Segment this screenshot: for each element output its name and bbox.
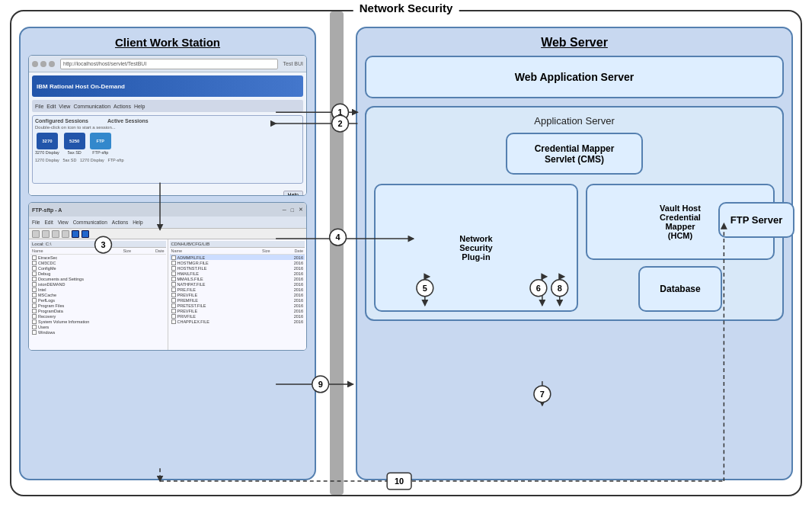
browser-tab[interactable]: Test BUI: [283, 61, 303, 66]
browser-btn-1: [32, 61, 38, 67]
ftp-file-item: PREVFILE2016: [170, 292, 305, 297]
ftp-window: FTP-sftp - A ─ □ ✕ File Edit View Commun…: [28, 202, 307, 351]
ftp-file-item: HOSTNST.FILE2016: [170, 265, 305, 271]
session-icons-row: 3270 3270 Display 5250 5ax SD: [35, 133, 300, 155]
session-info: 1270 Display 5ax SD 1270 Display FTP-sft…: [35, 158, 300, 162]
ftp-file-item: ProgramData: [30, 308, 166, 313]
browser-body: IBM Rational Host On-Demand File Edit Vi…: [29, 72, 306, 195]
browser-btn-3: [49, 61, 55, 67]
ftp-file-item: HMAILFILE2016: [170, 271, 305, 276]
ftp-file-item: PRIVFILE2016: [170, 313, 305, 319]
webserver-title: Web Server: [365, 36, 784, 50]
browser-window: http://localhost/host/servlet/TestBUI Te…: [28, 55, 307, 196]
ftp-remote-files: ADMMPILFILE2016 HOSTMGR.FILE2016 HOSTNST…: [170, 255, 305, 324]
sessions-panel: Configured Sessions Active Sessions Doub…: [32, 115, 303, 184]
ftp-file-item: Users: [30, 324, 166, 329]
db-box: Database: [638, 266, 722, 312]
ftp-remote-dir: CDNHUB/CFG/LIB: [170, 241, 305, 248]
ftp-file-item: Program Files: [30, 303, 166, 308]
appserver-title: Application Server: [374, 115, 775, 127]
ftp-toolbar-icons: [29, 229, 306, 239]
ftp-file-item: System Volume Information: [30, 319, 166, 324]
ftp-menubar: File Edit View Communication Actions Hel…: [29, 217, 306, 229]
ftp-file-item: PerfLogs: [30, 297, 166, 303]
ns-plugin-box: NetworkSecurityPlug-in: [374, 184, 578, 312]
client-panel: Client Work Station http://localhost/hos…: [19, 27, 316, 480]
ftp-file-item: ixtonDEMAND: [30, 281, 166, 287]
ftp-local-pane: Local: C:\ Name Size Date EtraceSec CM3C…: [29, 239, 168, 351]
was-box: Web Application Server: [365, 56, 784, 98]
browser-btn-2: [40, 61, 46, 67]
ftp-file-item: Intel: [30, 287, 166, 292]
ftp-col-headers-right: Name Size Date: [170, 248, 305, 255]
ftp-file-item: MSCache: [30, 292, 166, 297]
ftp-server-box: FTP Server: [718, 202, 794, 238]
session-hint: Double-click on icon to start a session.…: [35, 125, 300, 130]
ns-plugin-label: NetworkSecurityPlug-in: [459, 234, 492, 262]
ftp-file-item: NATHPAT.FILE2016: [170, 281, 305, 287]
ftp-titlebar: FTP-sftp - A ─ □ ✕: [29, 203, 306, 217]
client-panel-title: Client Work Station: [28, 36, 307, 49]
ftp-file-item: MMAILS.FILE2016: [170, 276, 305, 281]
browser-header: IBM Rational Host On-Demand: [32, 75, 303, 97]
session-3270: 3270 3270 Display: [35, 133, 59, 155]
browser-toolbar: http://localhost/host/servlet/TestBUI Te…: [29, 56, 306, 72]
ftp-local-files: EtraceSec CM3CDC ConfigMe Debug Document…: [30, 255, 166, 335]
was-label: Web Application Server: [515, 71, 634, 83]
network-security-bar: [330, 11, 344, 495]
db-label: Database: [660, 284, 700, 294]
browser-help: Help: [32, 186, 303, 196]
ftp-body: Local: C:\ Name Size Date EtraceSec CM3C…: [29, 239, 306, 351]
cms-box: Credential MapperServlet (CMS): [506, 133, 643, 175]
ftp-server-label: FTP Server: [730, 214, 782, 226]
ftp-file-item: Debug: [30, 271, 166, 276]
ftp-file-item: PREVFILE2016: [170, 308, 305, 313]
ftp-file-item: PRE.FILE2016: [170, 287, 305, 292]
session-ftp: FTP FTP-sftp: [90, 133, 111, 155]
ftp-file-item: Documents and Settings: [30, 276, 166, 281]
session-5250: 5250 5ax SD: [64, 133, 85, 155]
ftp-file-item: CHAPPLEX.FILE2016: [170, 319, 305, 324]
network-security-label: Network Security: [353, 2, 459, 14]
ftp-file-item: HOSTMGR.FILE2016: [170, 260, 305, 265]
ftp-remote-pane: CDNHUB/CFG/LIB Name Size Date ADMMPILFIL…: [168, 239, 307, 351]
ftp-file-item: PRETEST.FILE2016: [170, 303, 305, 308]
ftp-local-dir: Local: C:\: [30, 241, 166, 248]
hcm-label: Vault HostCredentialMapper(HCM): [660, 204, 701, 240]
ftp-file-item: ConfigMe: [30, 265, 166, 271]
browser-nav: File Edit View Communication Actions Hel…: [32, 100, 303, 112]
ftp-file-item: Windows: [30, 329, 166, 335]
ftp-file-item: Recovery: [30, 313, 166, 319]
ftp-file-item: CM3CDC: [30, 260, 166, 265]
ftp-file-item: ADMMPILFILE2016: [170, 255, 305, 260]
ftp-file-item: PREMFILE2016: [170, 297, 305, 303]
svg-text:9: 9: [318, 380, 323, 389]
ftp-file-item: EtraceSec: [30, 255, 166, 260]
browser-url-bar[interactable]: http://localhost/host/servlet/TestBUI: [60, 59, 278, 69]
main-diagram: Network Security Client Work Station htt…: [10, 10, 802, 496]
plugins-row: NetworkSecurityPlug-in Vault HostCredent…: [374, 184, 775, 312]
webserver-panel: Web Server Web Application Server Applic…: [356, 27, 793, 480]
ftp-col-headers-left: Name Size Date: [30, 248, 166, 255]
cms-label: Credential MapperServlet (CMS): [535, 143, 615, 165]
